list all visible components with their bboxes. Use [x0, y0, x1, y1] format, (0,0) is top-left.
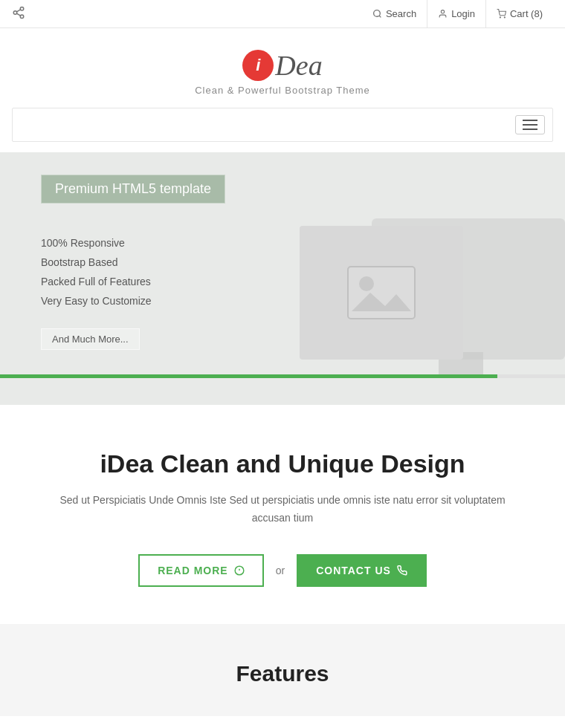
hero-section: Premium HTML5 template 100% Responsive B…: [0, 152, 565, 405]
hero-badge: Premium HTML5 template: [41, 175, 225, 204]
main-description: Sed ut Perspiciatis Unde Omnis Iste Sed …: [59, 492, 506, 527]
svg-point-9: [504, 17, 505, 18]
search-label: Search: [386, 8, 416, 19]
logo-area: iDea Clean & Powerful Bootstrap Theme: [0, 28, 565, 108]
hero-feature-list: 100% Responsive Bootstrap Based Packed F…: [41, 233, 212, 311]
phone-icon: [397, 565, 407, 576]
list-item: Bootstrap Based: [41, 253, 212, 272]
user-icon: [438, 9, 448, 19]
list-item: 100% Responsive: [41, 233, 212, 253]
logo-icon: i: [242, 50, 274, 81]
share-icon[interactable]: [12, 6, 25, 22]
svg-line-6: [379, 16, 381, 17]
hero-features: 100% Responsive Bootstrap Based Packed F…: [41, 226, 212, 350]
or-text: or: [276, 565, 285, 576]
list-item: Very Easy to Customize: [41, 291, 212, 311]
main-content-section: iDea Clean and Unique Design Sed ut Pers…: [0, 405, 565, 624]
navbar: [12, 108, 553, 142]
search-link[interactable]: Search: [362, 0, 427, 28]
top-bar-left: [12, 6, 25, 22]
menu-toggle-button[interactable]: [515, 115, 545, 134]
svg-point-7: [441, 10, 444, 13]
top-bar-right: Search Login Cart (8): [362, 0, 553, 28]
cart-link[interactable]: Cart (8): [485, 0, 553, 28]
svg-point-11: [359, 276, 374, 291]
cart-icon: [497, 9, 506, 19]
progress-bar: [0, 374, 565, 378]
hamburger-line-1: [523, 120, 537, 121]
search-icon: [372, 9, 382, 19]
svg-point-8: [500, 17, 500, 18]
contact-label: CONTACT US: [316, 565, 391, 576]
cta-row: READ MORE or CONTACT US: [59, 554, 506, 587]
main-title: iDea Clean and Unique Design: [59, 449, 506, 478]
hero-more-button[interactable]: And Much More...: [41, 328, 140, 350]
login-label: Login: [451, 8, 475, 19]
login-link[interactable]: Login: [427, 0, 485, 28]
hero-image-area: [212, 226, 550, 360]
read-more-label: READ MORE: [158, 565, 228, 576]
hero-image-placeholder: [300, 226, 463, 360]
svg-line-4: [16, 9, 20, 11]
info-icon: [234, 565, 245, 576]
contact-us-button[interactable]: CONTACT US: [297, 554, 427, 587]
read-more-button[interactable]: READ MORE: [138, 554, 264, 587]
logo[interactable]: iDea: [0, 49, 565, 82]
hamburger-line-2: [523, 124, 537, 126]
hamburger-line-3: [523, 129, 537, 130]
cart-label: Cart (8): [510, 8, 543, 19]
list-item: Packed Full of Features: [41, 272, 212, 291]
features-section: Features: [0, 624, 565, 716]
svg-line-3: [16, 13, 20, 16]
hero-content: 100% Responsive Bootstrap Based Packed F…: [0, 226, 565, 360]
top-bar: Search Login Cart (8): [0, 0, 565, 28]
svg-point-5: [374, 10, 381, 17]
logo-tagline: Clean & Powerful Bootstrap Theme: [0, 85, 565, 96]
features-title: Features: [15, 661, 550, 686]
logo-wordmark: Dea: [275, 49, 322, 82]
